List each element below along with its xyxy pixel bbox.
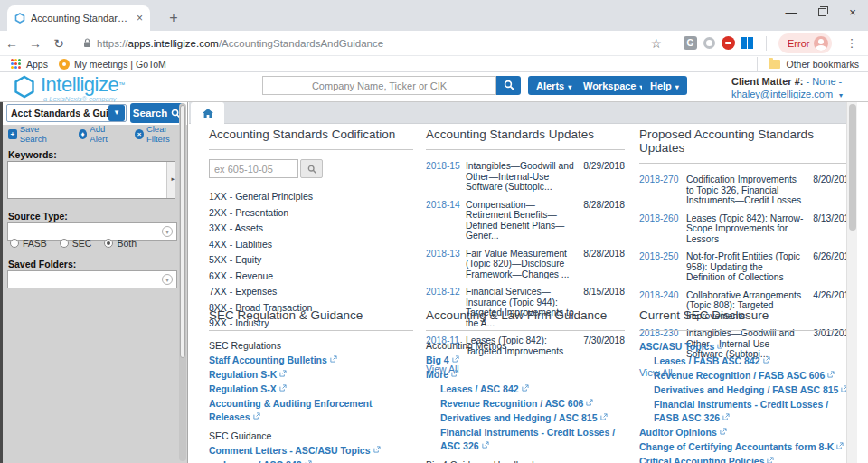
window-close-button[interactable]: × [837, 0, 868, 27]
alerts-button[interactable]: Alerts▾ [528, 76, 580, 95]
bookmark-apps[interactable]: Apps [11, 59, 48, 70]
extension-windows-icon[interactable] [741, 37, 754, 50]
asc-topic-link[interactable]: 3XX - Assets [209, 221, 413, 237]
update-id-link[interactable]: 2018-260 [639, 213, 686, 245]
address-bar[interactable]: https://apps.intelligize.com/AccountingS… [74, 33, 671, 53]
guidance-link[interactable]: Big 4 [426, 354, 625, 367]
external-link-icon [482, 441, 489, 449]
search-scope-select[interactable]: Acct Standards & Guidance ▾ [6, 104, 127, 122]
guidance-link[interactable]: Change of Certifying Accountants form 8-… [639, 440, 854, 454]
save-search-button[interactable]: + Save Search [8, 124, 63, 144]
source-radio-both[interactable]: Both [104, 238, 137, 249]
client-matter-value[interactable]: - None - [807, 76, 843, 87]
asc-topic-link[interactable]: 6XX - Revenue [209, 269, 413, 285]
content-area: Accounting Standards Codification 1XX - … [189, 102, 857, 463]
search-icon [504, 80, 514, 90]
guidance-link[interactable]: Critical Accounting Policies [639, 455, 854, 463]
asc-topic-link[interactable]: 7XX - Expenses [209, 284, 413, 300]
sidebar-search-button[interactable]: Search [130, 103, 184, 123]
browser-tab[interactable]: Accounting Standards & Guidanc × [7, 5, 150, 31]
asc-topic-link[interactable]: 4XX - Liablities [209, 237, 413, 253]
bookmark-star-icon[interactable]: ☆ [650, 36, 662, 51]
guidance-link[interactable]: ASC/ASU Topics [639, 340, 854, 354]
source-radio-sec[interactable]: SEC [60, 238, 92, 249]
company-search-input[interactable] [262, 76, 496, 95]
guidance-link[interactable]: Auditor Opinions [639, 426, 854, 439]
workspace-button[interactable]: Workspace▾ [575, 76, 652, 95]
guidance-link[interactable]: Regulation S-X [209, 383, 413, 396]
update-title-link[interactable]: Fair Value Measurement (Topic 820)—Discl… [466, 249, 580, 280]
update-id-link[interactable]: 2018-15 [426, 161, 466, 193]
extension-circle-icon[interactable] [703, 37, 715, 49]
asc-topic-link[interactable]: 5XX - Equity [209, 252, 413, 269]
home-tab[interactable] [191, 102, 224, 124]
guidance-link[interactable]: Regulation S-K [209, 368, 413, 382]
panel-sec-regulation: SEC Regulation & Guidance SEC Regulation… [209, 308, 413, 463]
sidebar-scrollbar[interactable] [179, 103, 186, 461]
panel-title: Accounting Standards Updates [426, 128, 625, 150]
bookmarks-divider [757, 57, 758, 71]
keywords-textarea[interactable]: ▸ [7, 161, 175, 199]
radio-icon[interactable] [104, 239, 113, 248]
source-radio-fasb[interactable]: FASB [10, 238, 47, 249]
add-alert-button[interactable]: ♦ Add Alert [79, 124, 121, 144]
radio-label: Both [117, 238, 137, 249]
browser-menu-icon[interactable]: ⋮ [845, 36, 857, 50]
guidance-link[interactable]: Leases / ASC 842 [209, 458, 413, 463]
panel-title: Proposed Accounting Standards Updates [639, 128, 854, 164]
guidance-link[interactable]: Accounting & Auditing Enforcement Releas… [209, 397, 413, 424]
update-title-link[interactable]: Leases (Topic 842): Narrow-Scope Improve… [686, 213, 809, 245]
intelligize-logo[interactable]: Intelligize™ a LexisNexis® company [13, 75, 125, 99]
saved-folders-select[interactable]: ▾ [7, 270, 177, 288]
update-id-link[interactable]: 2018-13 [426, 249, 466, 280]
window-minimize-button[interactable]: — [776, 0, 807, 27]
codification-search-input[interactable] [209, 159, 298, 178]
company-search-button[interactable] [496, 76, 521, 95]
update-id-link[interactable]: 2018-14 [426, 200, 466, 241]
guidance-link[interactable]: More [426, 368, 625, 382]
new-tab-button[interactable]: + [163, 7, 184, 29]
other-bookmarks-button[interactable]: Other bookmarks [751, 57, 859, 71]
chevron-down-icon: ▾ [675, 83, 679, 91]
update-title-link[interactable]: Compensation—Retirement Benefits—Defined… [466, 200, 580, 241]
page-scrollbar-thumb[interactable] [849, 104, 856, 231]
guidance-link[interactable]: Leases / ASC 842 [426, 383, 625, 396]
update-title-link[interactable]: Codification Improvements to Topic 326, … [686, 175, 809, 206]
asc-topic-link[interactable]: 2XX - Presentation [209, 205, 413, 222]
forward-button-icon[interactable]: → [24, 36, 47, 51]
guidance-link[interactable]: Financial Instruments - Credit Losses / … [426, 426, 625, 453]
reload-button-icon[interactable]: ↻ [47, 36, 71, 51]
tab-close-icon[interactable]: × [137, 13, 143, 24]
update-row: 2018-14Compensation—Retirement Benefits—… [426, 200, 625, 241]
scope-dropdown-icon[interactable]: ▾ [108, 105, 125, 121]
update-title-link[interactable]: Intangibles—Goodwill and Other—Internal-… [466, 161, 580, 193]
guidance-link[interactable]: Revenue Recognition / ASC 606 [426, 397, 625, 411]
asc-topic-link[interactable]: 1XX - General Principles [209, 189, 413, 205]
profile-button[interactable]: Error [778, 33, 832, 53]
extension-g-icon[interactable]: G [684, 36, 697, 50]
update-title-link[interactable]: Not-for-Profit Entities (Topic 958): Upd… [686, 251, 809, 283]
codification-search-button[interactable] [300, 159, 323, 178]
help-button[interactable]: Help▾ [642, 76, 687, 95]
back-button-icon[interactable]: ← [0, 36, 24, 51]
guidance-link[interactable]: Leases / FASB ASC 842 [639, 354, 854, 368]
update-id-link[interactable]: 2018-270 [639, 175, 686, 206]
guidance-link[interactable]: Comment Letters - ASC/ASU Topics [209, 444, 413, 458]
guidance-link[interactable]: Derivatives and Hedging / FASB ASC 815 [639, 383, 854, 397]
guidance-link[interactable]: Derivatives and Hedging / ASC 815 [426, 411, 625, 425]
browser-window: Accounting Standards & Guidanc × + — × ←… [0, 0, 868, 463]
window-restore-button[interactable] [807, 0, 837, 27]
radio-icon[interactable] [10, 239, 19, 248]
user-email-menu[interactable]: khaley@intelligize.com ▾ [731, 88, 843, 102]
sidebar-scrollbar-thumb[interactable] [180, 105, 185, 358]
guidance-link[interactable]: Staff Accounting Bulletins [209, 354, 413, 367]
radio-icon[interactable] [60, 239, 69, 248]
guidance-link[interactable]: Revenue Recognition / FASB ASC 606 [639, 369, 854, 383]
bookmark-meetings[interactable]: My meetings | GoToM [59, 59, 166, 70]
update-id-link[interactable]: 2018-250 [639, 251, 686, 283]
client-matter-label: Client Matter #: [731, 76, 803, 87]
guidance-link[interactable]: Financial Instruments - Credit Losses / … [639, 398, 854, 425]
update-row: 2018-250Not-for-Profit Entities (Topic 9… [639, 251, 854, 283]
page-scrollbar[interactable] [846, 102, 857, 463]
extension-adblock-icon[interactable] [722, 36, 735, 50]
